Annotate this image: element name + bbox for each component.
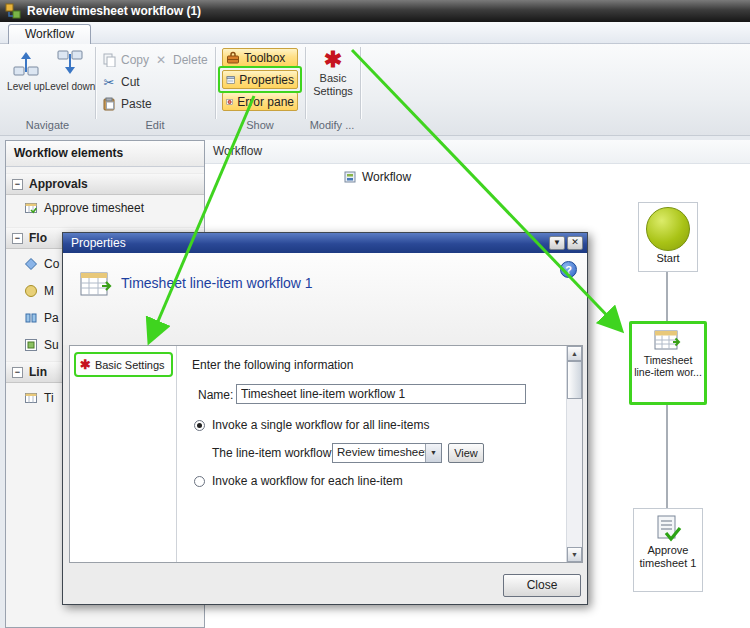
properties-button[interactable]: Properties	[222, 70, 298, 89]
group-separator	[305, 47, 306, 119]
section-approvals[interactable]: − Approvals	[6, 173, 204, 195]
scroll-down-icon[interactable]: ▼	[567, 547, 582, 562]
radio-single-workflow[interactable]	[194, 420, 205, 431]
show-group-label: Show	[215, 118, 305, 132]
workflow-breadcrumb-label: Workflow	[362, 170, 411, 184]
titlebar: Review timesheet workflow (1)	[0, 0, 750, 22]
panel-item-label: Ti	[44, 391, 54, 405]
approve-node-icon	[653, 514, 683, 544]
decision-element-icon	[24, 284, 38, 298]
navigate-group-label: Navigate	[0, 118, 95, 132]
parallel-element-icon	[24, 311, 38, 325]
paste-label: Paste	[121, 97, 152, 111]
panel-item-approve-timesheet[interactable]: Approve timesheet	[6, 197, 204, 219]
start-node-label: Start	[639, 252, 697, 265]
connector-line	[666, 272, 668, 321]
connector-line	[666, 405, 668, 508]
approve-node-label-line1: Approve	[634, 544, 702, 557]
start-node[interactable]: Start	[638, 202, 698, 272]
edit-group-label: Edit	[95, 118, 215, 132]
section-approvals-label: Approvals	[29, 177, 88, 191]
basic-settings-asterisk-icon: ✱	[324, 48, 342, 72]
delete-button[interactable]: ✕ Delete	[154, 50, 208, 70]
radio-each-line-item-label: Invoke a workflow for each line-item	[212, 474, 403, 488]
panel-item-label: M	[44, 284, 54, 298]
error-pane-icon	[226, 95, 233, 109]
condition-element-icon	[24, 257, 38, 271]
radio-each-line-item[interactable]	[194, 476, 205, 487]
group-separator	[360, 47, 361, 119]
dropdown-selected-value: Review timesheet	[333, 444, 425, 462]
timesheet-element-icon	[24, 391, 38, 405]
scroll-up-icon[interactable]: ▲	[567, 346, 582, 361]
paste-button[interactable]: Paste	[102, 94, 152, 114]
radio-single-workflow-label: Invoke a single workflow for all line-it…	[212, 418, 429, 432]
timesheet-node-label-line2: line-item wor...	[632, 366, 704, 378]
workflow-breadcrumb[interactable]: Workflow	[343, 170, 411, 184]
panel-item-label: Co	[44, 257, 59, 271]
line-item-workflow-dropdown[interactable]: Review timesheet ▼	[332, 443, 442, 463]
level-down-label: Level down	[45, 81, 96, 92]
basic-settings-asterisk-icon: ✱	[80, 358, 91, 371]
approve-node-label-line2: timesheet 1	[634, 557, 702, 570]
view-button[interactable]: View	[448, 443, 484, 463]
app-window: Review timesheet workflow (1) Workflow L…	[0, 0, 750, 628]
dialog-menu-button[interactable]: ▼	[549, 236, 565, 250]
group-separator	[215, 47, 216, 119]
cut-button[interactable]: ✂ Cut	[102, 72, 140, 92]
basic-settings-button[interactable]: ✱ Basic Settings	[308, 48, 358, 116]
panel-item-label: Su	[44, 338, 59, 352]
paste-icon	[102, 97, 116, 111]
level-up-button[interactable]: Level up	[4, 48, 48, 114]
canvas-header: Workflow	[205, 140, 750, 164]
section-line-item-label: Lin	[29, 365, 47, 379]
ribbon-tab-strip: Workflow	[0, 22, 750, 44]
timesheet-node-label-line1: Timesheet	[632, 354, 704, 366]
chevron-down-icon[interactable]: ▼	[425, 444, 441, 462]
cut-icon: ✂	[102, 75, 116, 90]
timesheet-line-item-node[interactable]: Timesheet line-item wor...	[629, 321, 707, 405]
collapse-icon[interactable]: −	[12, 367, 23, 378]
toolbox-label: Toolbox	[244, 51, 285, 65]
dialog-header-title: Timesheet line-item workflow 1	[121, 275, 313, 291]
properties-label: Properties	[239, 73, 294, 87]
close-button[interactable]: Close	[503, 574, 581, 597]
error-pane-button[interactable]: Error pane	[222, 92, 298, 111]
help-button[interactable]: ?	[560, 261, 577, 278]
toolbox-button[interactable]: Toolbox	[222, 48, 298, 67]
panel-item-label: Pa	[44, 311, 59, 325]
basic-settings-label-line1: Basic	[320, 72, 347, 85]
level-down-icon	[55, 48, 85, 78]
workflow-elements-title: Workflow elements	[6, 141, 204, 167]
subworkflow-element-icon	[24, 338, 38, 352]
section-flow-label: Flo	[29, 231, 47, 245]
dialog-scrollbar[interactable]: ▲ ▼	[566, 346, 582, 562]
collapse-icon[interactable]: −	[12, 179, 23, 190]
start-node-icon	[646, 207, 690, 251]
ribbon: Level up Level down Navigate Copy ✕ Dele…	[0, 44, 750, 136]
approval-element-icon	[24, 201, 38, 215]
copy-button[interactable]: Copy	[102, 50, 149, 70]
collapse-icon[interactable]: −	[12, 233, 23, 244]
delete-label: Delete	[173, 53, 208, 67]
level-down-button[interactable]: Level down	[48, 48, 92, 114]
name-input[interactable]	[236, 384, 526, 404]
dialog-header	[63, 253, 587, 345]
dialog-titlebar[interactable]: Properties	[63, 233, 587, 253]
scrollbar-thumb[interactable]	[567, 361, 582, 399]
basic-settings-label-line2: Settings	[313, 85, 353, 98]
approve-timesheet-node[interactable]: Approve timesheet 1	[633, 508, 703, 592]
line-item-workflow-label: The line-item workflow:	[212, 446, 335, 460]
dialog-basic-settings-item[interactable]: ✱ Basic Settings	[74, 352, 173, 377]
error-pane-label: Error pane	[237, 95, 294, 109]
delete-icon: ✕	[154, 53, 168, 67]
basic-settings-item-label: Basic Settings	[95, 359, 165, 371]
tab-workflow[interactable]: Workflow	[8, 24, 91, 44]
dialog-timesheet-icon	[79, 269, 113, 299]
copy-label: Copy	[121, 53, 149, 67]
panel-item-label: Approve timesheet	[44, 201, 144, 215]
toolbox-icon	[226, 51, 240, 65]
cut-label: Cut	[121, 75, 140, 89]
dialog-nav-pane: ✱ Basic Settings	[70, 346, 177, 562]
dialog-close-icon[interactable]: ✕	[567, 236, 583, 250]
